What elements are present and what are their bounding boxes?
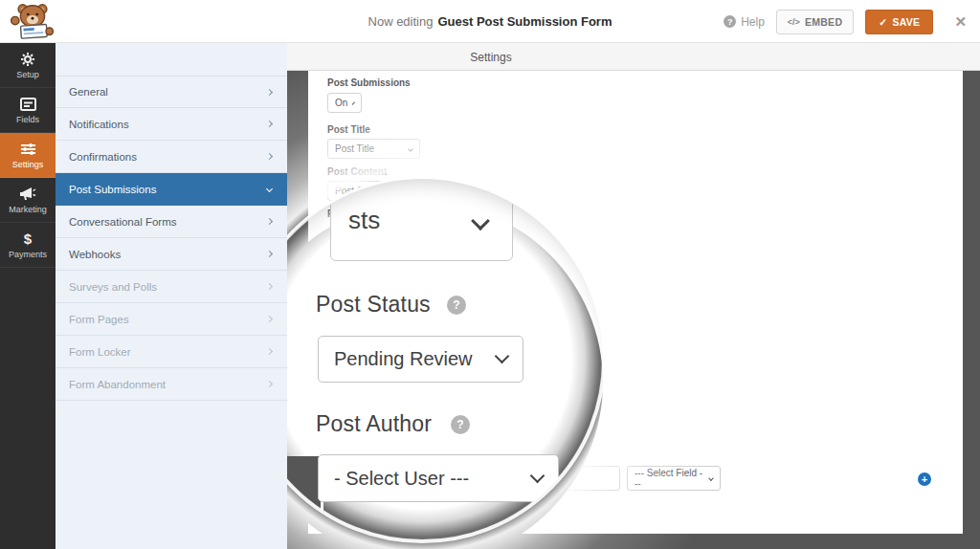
embed-button[interactable]: </> EMBED	[776, 10, 854, 34]
section-form-abandonment[interactable]: Form Abandonment	[56, 368, 287, 401]
panel-title-bar: Settings	[287, 43, 980, 71]
now-editing-label: Now editing	[368, 14, 434, 29]
question-tooltip-icon[interactable]: ?	[447, 296, 466, 315]
section-label: General	[69, 86, 108, 98]
add-meta-row-button[interactable]: +	[918, 472, 931, 486]
chevron-right-icon	[266, 251, 273, 257]
nav-label: Fields	[16, 115, 39, 124]
post-title-select[interactable]: Post Title	[327, 139, 420, 159]
gear-icon	[20, 52, 35, 67]
help-icon: ?	[724, 15, 736, 28]
section-label: Webhooks	[69, 249, 121, 260]
settings-sections-sidebar: General Notifications Confirmations Post…	[56, 43, 287, 549]
selected-value: Post Title	[335, 143, 374, 154]
selected-value: - Select User ---	[334, 468, 469, 490]
nav-item-settings[interactable]: Settings	[0, 133, 56, 178]
megaphone-icon	[19, 187, 36, 202]
chevron-right-icon	[266, 121, 273, 127]
section-label: Conversational Forms	[69, 216, 176, 228]
chevron-down-icon	[471, 211, 490, 231]
section-general[interactable]: General	[56, 76, 287, 108]
help-button[interactable]: ? Help	[724, 15, 765, 29]
section-notifications[interactable]: Notifications	[56, 108, 287, 141]
nav-label: Setup	[16, 70, 39, 79]
chevron-down-icon	[495, 349, 510, 364]
selected-value: sts	[348, 206, 380, 235]
section-label: Surveys and Polls	[69, 281, 157, 293]
post-author-select[interactable]: - Select User ---	[318, 454, 559, 502]
save-label: SAVE	[892, 16, 920, 28]
custom-meta-field-select[interactable]: --- Select Field ---	[627, 466, 721, 491]
help-label: Help	[741, 15, 765, 29]
code-icon: </>	[788, 17, 800, 27]
selected-value: --- Select Field ---	[635, 468, 703, 489]
fields-icon	[20, 97, 36, 112]
post-status-select[interactable]: Pending Review	[318, 336, 523, 383]
chevron-down-icon	[708, 475, 714, 481]
nav-label: Payments	[9, 250, 47, 259]
section-webhooks[interactable]: Webhooks	[56, 238, 287, 271]
save-button[interactable]: ✓ SAVE	[865, 10, 933, 34]
post-status-label: Post Status	[316, 292, 431, 318]
section-label: Form Locker	[69, 346, 131, 358]
section-label: Post Submissions	[69, 184, 156, 195]
chevron-right-icon	[266, 348, 273, 355]
magnifier-lens: sts Post Status ? Pending Review Post Au…	[241, 179, 603, 540]
chevron-down-icon	[266, 186, 273, 192]
check-icon: ✓	[879, 16, 887, 28]
section-label: Form Pages	[69, 314, 129, 325]
sliders-icon	[20, 142, 36, 157]
chevron-right-icon	[266, 381, 273, 387]
chevron-down-icon	[352, 101, 356, 105]
chevron-right-icon	[266, 316, 273, 322]
builder-nav-sidebar: Setup Fields Settings Marketing $ Paymen…	[0, 43, 56, 549]
nav-item-payments[interactable]: $ Payments	[0, 223, 56, 268]
section-form-pages[interactable]: Form Pages	[56, 303, 287, 336]
post-submissions-select[interactable]: On	[327, 93, 362, 113]
section-label: Notifications	[69, 119, 129, 130]
magnified-post-type-select[interactable]: sts	[330, 179, 513, 261]
chevron-right-icon	[266, 88, 273, 95]
post-author-label: Post Author	[316, 411, 432, 437]
section-form-locker[interactable]: Form Locker	[56, 336, 287, 368]
selected-value: On	[335, 98, 347, 108]
section-label: Form Abandonment	[69, 379, 166, 390]
dollar-icon: $	[24, 231, 32, 247]
section-post-submissions[interactable]: Post Submissions	[56, 173, 287, 206]
now-editing-title: Now editing Guest Post Submission Form	[368, 0, 612, 43]
chevron-down-icon	[408, 146, 413, 152]
section-surveys-and-polls[interactable]: Surveys and Polls	[56, 271, 287, 303]
top-bar-actions: ? Help </> EMBED ✓ SAVE ✕	[724, 0, 967, 43]
top-bar: Now editing Guest Post Submission Form ?…	[0, 0, 980, 43]
chevron-right-icon	[266, 218, 273, 225]
nav-item-fields[interactable]: Fields	[0, 88, 56, 133]
nav-label: Marketing	[9, 205, 47, 214]
selected-value: Pending Review	[334, 348, 473, 370]
chevron-right-icon	[266, 283, 273, 290]
nav-item-marketing[interactable]: Marketing	[0, 178, 56, 223]
section-label: Confirmations	[69, 151, 137, 163]
form-name: Guest Post Submission Form	[437, 14, 612, 29]
nav-item-setup[interactable]: Setup	[0, 43, 56, 88]
wpforms-bear-logo	[8, 2, 57, 41]
close-icon[interactable]: ✕	[954, 13, 967, 31]
chevron-right-icon	[266, 153, 273, 160]
embed-label: EMBED	[805, 16, 842, 28]
section-conversational-forms[interactable]: Conversational Forms	[56, 206, 287, 238]
wpforms-builder: Now editing Guest Post Submission Form ?…	[0, 0, 980, 549]
nav-label: Settings	[12, 160, 44, 169]
chevron-down-icon	[530, 468, 546, 483]
section-confirmations[interactable]: Confirmations	[56, 141, 287, 173]
question-tooltip-icon[interactable]: ?	[451, 415, 470, 434]
panel-title: Settings	[470, 43, 511, 71]
